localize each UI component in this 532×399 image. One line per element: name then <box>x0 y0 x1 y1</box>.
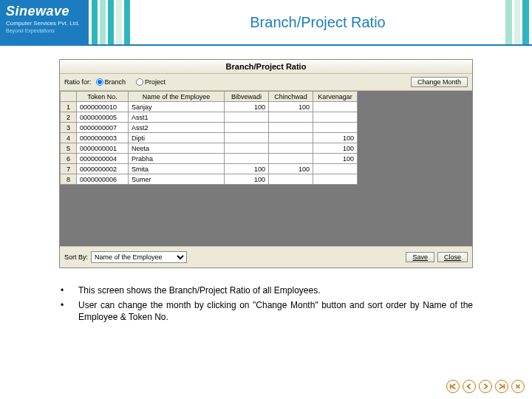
cell-name[interactable]: Sanjay <box>129 102 225 112</box>
cell-bibvewadi[interactable] <box>225 123 269 133</box>
cell-name[interactable]: Smita <box>129 164 225 174</box>
radio-project[interactable]: Project <box>136 78 166 86</box>
table-row[interactable]: 30000000007Asst2 <box>61 123 358 133</box>
cell-token[interactable]: 0000000004 <box>77 154 129 164</box>
decorative-bars-left <box>89 0 133 44</box>
table-row[interactable]: 80000000006Sumer100 <box>61 174 358 185</box>
cell-rownum: 6 <box>61 154 77 164</box>
sort-by-label: Sort By: <box>64 253 88 261</box>
cell-karvenagar[interactable] <box>313 164 358 174</box>
slide-header: Sinewave Computer Services Pvt. Ltd. Bey… <box>0 0 532 46</box>
cell-rownum: 1 <box>61 102 77 112</box>
col-name: Name of the Employee <box>129 92 225 102</box>
brand-subline-1: Computer Services Pvt. Ltd. <box>6 21 83 27</box>
cell-chinchwad[interactable]: 100 <box>269 102 313 112</box>
cell-token[interactable]: 0000000006 <box>77 174 129 185</box>
radio-branch-input[interactable] <box>96 78 103 86</box>
cell-chinchwad[interactable] <box>269 123 313 133</box>
cell-name[interactable]: Prabha <box>129 154 225 164</box>
radio-project-input[interactable] <box>136 78 143 86</box>
cell-bibvewadi[interactable] <box>225 154 269 164</box>
bullet-dot: • <box>59 299 65 323</box>
window-footer: Sort By: Name of the Employee Save Close <box>60 246 472 267</box>
sort-by-select[interactable]: Name of the Employee <box>91 251 187 263</box>
table-row[interactable]: 20000000005Asst1 <box>61 112 358 123</box>
col-rownum <box>61 92 77 102</box>
cell-karvenagar[interactable]: 100 <box>313 133 358 143</box>
table-row[interactable]: 10000000010Sanjay100100 <box>61 102 358 112</box>
cell-name[interactable]: Sumer <box>129 174 225 185</box>
app-window: Branch/Project Ratio Ratio for: Branch P… <box>59 59 473 268</box>
col-bibvewadi: Bibvewadi <box>225 92 269 102</box>
cell-karvenagar[interactable]: 100 <box>313 154 358 164</box>
cell-karvenagar[interactable]: 100 <box>313 143 358 154</box>
cell-bibvewadi[interactable] <box>225 112 269 123</box>
nav-next-button[interactable] <box>479 380 492 393</box>
cell-token[interactable]: 0000000007 <box>77 123 129 133</box>
brand-logo: Sinewave Computer Services Pvt. Ltd. Bey… <box>0 0 89 44</box>
decorative-bars-right <box>502 0 532 44</box>
cell-name[interactable]: Asst2 <box>129 123 225 133</box>
cell-chinchwad[interactable] <box>269 143 313 154</box>
cell-rownum: 3 <box>61 123 77 133</box>
cell-rownum: 8 <box>61 174 77 185</box>
col-karvenagar: Karvenagar <box>313 92 358 102</box>
slide-title: Branch/Project Ratio <box>250 14 385 31</box>
table-header-row: Token No. Name of the Employee Bibvewadi… <box>61 92 358 102</box>
nav-first-button[interactable] <box>446 380 460 393</box>
ratio-toolbar: Ratio for: Branch Project Change Month <box>60 74 472 91</box>
nav-close-button[interactable] <box>511 380 525 393</box>
cell-chinchwad[interactable] <box>269 174 313 185</box>
cell-chinchwad[interactable] <box>269 133 313 143</box>
radio-project-label: Project <box>145 78 166 86</box>
brand-name: Sinewave <box>6 4 83 19</box>
cell-token[interactable]: 0000000001 <box>77 143 129 154</box>
cell-karvenagar[interactable] <box>313 123 358 133</box>
cell-token[interactable]: 0000000005 <box>77 112 129 123</box>
grid-area: Token No. Name of the Employee Bibvewadi… <box>60 91 472 246</box>
cell-chinchwad[interactable] <box>269 154 313 164</box>
cell-bibvewadi[interactable]: 100 <box>225 102 269 112</box>
title-area: Branch/Project Ratio <box>133 0 502 44</box>
bullet-row: • This screen shows the Branch/Project R… <box>59 284 473 296</box>
close-button[interactable]: Close <box>437 252 468 262</box>
table-row[interactable]: 60000000004Prabha100 <box>61 154 358 164</box>
cell-bibvewadi[interactable] <box>225 143 269 154</box>
brand-subline-2: Beyond Expectations <box>6 28 83 34</box>
window-title: Branch/Project Ratio <box>60 60 472 74</box>
ratio-for-label: Ratio for: <box>64 78 92 86</box>
cell-token[interactable]: 0000000002 <box>77 164 129 174</box>
change-month-button[interactable]: Change Month <box>411 77 468 87</box>
cell-bibvewadi[interactable]: 100 <box>225 164 269 174</box>
table-row[interactable]: 50000000001Neeta100 <box>61 143 358 154</box>
bullet-text: User can change the month by clicking on… <box>78 299 473 323</box>
cell-chinchwad[interactable] <box>269 112 313 123</box>
cell-rownum: 7 <box>61 164 77 174</box>
cell-karvenagar[interactable] <box>313 102 358 112</box>
cell-karvenagar[interactable] <box>313 112 358 123</box>
nav-last-button[interactable] <box>495 380 508 393</box>
save-button[interactable]: Save <box>406 252 434 262</box>
table-row[interactable]: 70000000002Smita100100 <box>61 164 358 174</box>
bullet-text: This screen shows the Branch/Project Rat… <box>78 284 473 296</box>
slide-bullets: • This screen shows the Branch/Project R… <box>59 284 473 324</box>
cell-bibvewadi[interactable] <box>225 133 269 143</box>
cell-name[interactable]: Dipti <box>129 133 225 143</box>
cell-token[interactable]: 0000000003 <box>77 133 129 143</box>
slide-nav <box>446 380 525 393</box>
bullet-row: • User can change the month by clicking … <box>59 299 473 323</box>
ratio-table: Token No. Name of the Employee Bibvewadi… <box>60 91 358 185</box>
bullet-dot: • <box>59 284 65 296</box>
nav-prev-button[interactable] <box>463 380 476 393</box>
cell-token[interactable]: 0000000010 <box>77 102 129 112</box>
cell-chinchwad[interactable]: 100 <box>269 164 313 174</box>
cell-name[interactable]: Asst1 <box>129 112 225 123</box>
cell-rownum: 4 <box>61 133 77 143</box>
radio-branch-label: Branch <box>105 78 126 86</box>
cell-bibvewadi[interactable]: 100 <box>225 174 269 185</box>
radio-branch[interactable]: Branch <box>96 78 126 86</box>
cell-rownum: 2 <box>61 112 77 123</box>
cell-karvenagar[interactable] <box>313 174 358 185</box>
table-row[interactable]: 40000000003Dipti100 <box>61 133 358 143</box>
cell-name[interactable]: Neeta <box>129 143 225 154</box>
